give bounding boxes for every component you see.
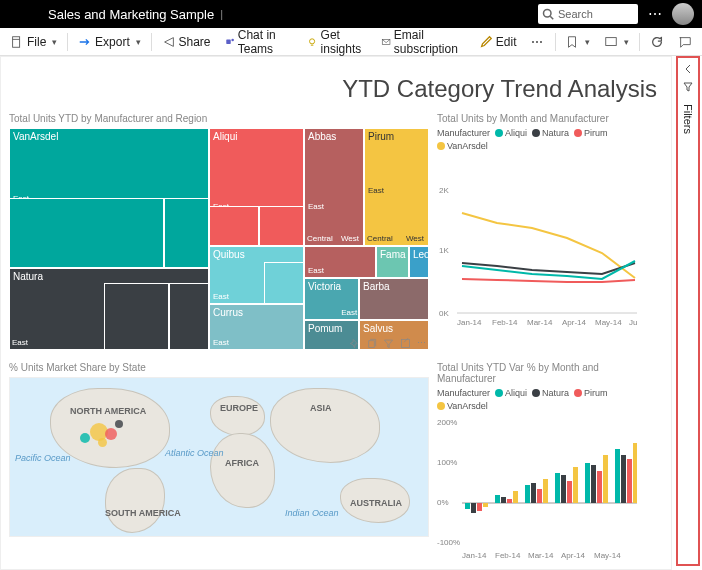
map-label-as: ASIA (310, 403, 332, 413)
svg-rect-33 (525, 485, 530, 503)
treemap-title: Total Units YTD by Manufacturer and Regi… (9, 113, 429, 124)
map-label-af: AFRICA (225, 458, 259, 468)
line-chart-visual[interactable]: Total Units by Month and Manufacturer Ma… (437, 113, 637, 350)
bookmark-icon (565, 35, 579, 49)
bar-chart-visual[interactable]: Total Units YTD Var % by Month and Manuf… (437, 362, 637, 563)
svg-text:2K: 2K (439, 186, 449, 195)
line-plot[interactable]: 0K 1K 2K Jan-14 Feb-14 Mar-14 Apr-14 May… (437, 153, 637, 333)
map-body[interactable]: NORTH AMERICA SOUTH AMERICA EUROPE AFRIC… (9, 377, 429, 537)
svg-point-0 (544, 10, 552, 18)
tm-region: Central (367, 234, 393, 243)
svg-line-1 (550, 16, 553, 19)
legend-item[interactable]: Aliqui (505, 388, 527, 398)
legend-item[interactable]: Pirum (584, 128, 608, 138)
svg-rect-35 (537, 489, 542, 503)
svg-text:200%: 200% (437, 418, 457, 427)
tm-region: East (12, 338, 28, 347)
svg-text:Apr-14: Apr-14 (562, 318, 587, 327)
svg-text:0%: 0% (437, 498, 449, 507)
svg-text:-100%: -100% (437, 538, 460, 547)
tm-currus: Currus (213, 307, 300, 318)
user-avatar[interactable] (672, 3, 694, 25)
file-label: File (27, 35, 46, 49)
legend-item[interactable]: Pirum (584, 388, 608, 398)
legend-item[interactable]: Natura (542, 128, 569, 138)
edit-label: Edit (496, 35, 517, 49)
svg-text:Mar-14: Mar-14 (528, 551, 554, 560)
tm-pomum: Pomum (308, 323, 342, 334)
email-subscription-button[interactable]: Email subscription (375, 28, 471, 55)
legend-item[interactable]: VanArsdel (447, 141, 488, 151)
svg-text:Jan-14: Jan-14 (457, 318, 482, 327)
edit-button[interactable]: Edit (473, 28, 523, 55)
filters-label: Filters (682, 104, 694, 134)
report-canvas: YTD Category Trend Analysis Total Units … (0, 56, 672, 570)
teams-icon (225, 35, 235, 49)
svg-rect-8 (369, 341, 375, 348)
svg-point-4 (231, 38, 234, 41)
tm-region: East (213, 292, 229, 301)
tm-quibus: Quibus (213, 249, 300, 260)
more-commands[interactable]: ⋯ (525, 28, 549, 55)
bar-title: Total Units YTD Var % by Month and Manuf… (437, 362, 637, 384)
line-legend: Manufacturer Aliqui Natura Pirum VanArsd… (437, 128, 637, 151)
tm-region: East (213, 338, 229, 347)
legend-prefix: Manufacturer (437, 128, 490, 138)
treemap-visual[interactable]: Total Units YTD by Manufacturer and Regi… (9, 113, 429, 350)
svg-text:May-14: May-14 (595, 318, 622, 327)
comment-button[interactable] (672, 28, 698, 55)
svg-rect-44 (603, 455, 608, 503)
export-icon (78, 35, 92, 49)
svg-text:0K: 0K (439, 309, 449, 318)
bar-plot[interactable]: 200% 100% 0% -100% Jan-14 Feb-14 Mar-14 … (437, 413, 637, 563)
more-menu[interactable]: ⋯ (638, 6, 672, 22)
chat-teams-button[interactable]: Chat in Teams (219, 28, 300, 55)
svg-rect-39 (567, 481, 572, 503)
tm-leo: Leo (413, 249, 429, 260)
tm-region: Central (307, 234, 333, 243)
legend-item[interactable]: VanArsdel (447, 401, 488, 411)
map-label-na: NORTH AMERICA (70, 406, 146, 416)
tm-region: East (341, 308, 357, 317)
view-icon (604, 35, 618, 49)
legend-item[interactable]: Natura (542, 388, 569, 398)
tm-pirum: Pirum (368, 131, 425, 142)
mail-icon (381, 35, 391, 49)
file-icon (10, 35, 24, 49)
tm-region: West (406, 234, 424, 243)
export-menu[interactable]: Export▾ (72, 28, 147, 55)
refresh-button[interactable] (644, 28, 670, 55)
tm-fama: Fama (380, 249, 406, 260)
tm-region: East (308, 266, 324, 275)
comment-icon (678, 35, 692, 49)
focus-icon[interactable] (400, 338, 411, 349)
search-box[interactable]: Search (538, 4, 638, 24)
share-button[interactable]: Share (156, 28, 217, 55)
bookmark-button[interactable]: ▾ (559, 28, 596, 55)
filter-icon[interactable] (383, 338, 394, 349)
svg-rect-45 (615, 449, 620, 503)
tm-victoria: Victoria (308, 281, 341, 292)
filters-pane-collapsed[interactable]: Filters (676, 56, 700, 566)
svg-rect-43 (597, 471, 602, 503)
pin-icon[interactable] (349, 338, 360, 349)
treemap-body[interactable]: VanArsdel East Central West Natura East … (9, 128, 429, 350)
legend-item[interactable]: Aliqui (505, 128, 527, 138)
more-icon[interactable]: ⋯ (417, 338, 426, 349)
map-label-atlantic: Atlantic Ocean (165, 448, 224, 458)
view-button[interactable]: ▾ (598, 28, 635, 55)
svg-text:Feb-14: Feb-14 (492, 318, 518, 327)
app-header: Sales and Marketing Sample | Search ⋯ (0, 0, 702, 28)
line-title: Total Units by Month and Manufacturer (437, 113, 637, 124)
svg-text:Apr-14: Apr-14 (561, 551, 586, 560)
copy-icon[interactable] (366, 338, 377, 349)
svg-rect-47 (627, 459, 632, 503)
file-menu[interactable]: File▾ (4, 28, 63, 55)
svg-rect-34 (531, 483, 536, 503)
get-insights-button[interactable]: Get insights (301, 28, 372, 55)
map-label-eu: EUROPE (220, 403, 258, 413)
collapse-icon[interactable] (683, 64, 693, 74)
map-visual[interactable]: % Units Market Share by State NORTH AMER… (9, 362, 429, 522)
svg-rect-32 (513, 491, 518, 503)
refresh-icon (650, 35, 664, 49)
